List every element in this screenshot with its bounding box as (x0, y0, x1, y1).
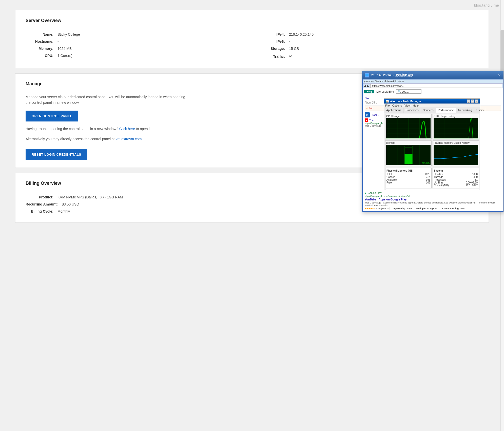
all-tab[interactable]: ALL (365, 96, 369, 100)
processes-row: Processes 31 (434, 178, 478, 181)
free-label: Free (386, 181, 392, 184)
ie-title: youtube - Search - Internet Explorer (364, 80, 404, 83)
gp-store-label: Google Play (368, 192, 381, 194)
taskman-maximize[interactable]: □ (471, 99, 474, 103)
uptime-value: 0:00:03:29 (466, 181, 478, 184)
recurring-row: Recurring Amount: $3.50 USD (26, 201, 247, 208)
cpu-history-svg (434, 118, 478, 138)
search-box[interactable]: 🔍 you... (396, 89, 421, 94)
ipv4-row: IPv4: 216.146.25.145 (257, 31, 478, 38)
free-row: Free 103 (386, 181, 430, 184)
gp-meta: ★★★★☆ 4.2/5 (149.3M) Age Rating: Teen De… (365, 207, 501, 210)
traffic-label: Traffic: (257, 54, 285, 58)
billing-cycle-label: Billing Cycle: (26, 209, 53, 213)
cached-value: 314 (426, 176, 430, 178)
ipv4-label: IPv4: (257, 32, 285, 36)
help-suffix: to open it. (136, 127, 152, 131)
available-label: Available (386, 178, 397, 181)
product-row: Product: KVM NVMe VPS (Dallas, TX) - 1GB… (26, 194, 247, 201)
click-here-link[interactable]: Click here (119, 127, 135, 131)
cpu-graph-svg (386, 118, 431, 138)
memory-panel-label: Memory (386, 141, 431, 144)
tab-users[interactable]: Users (474, 108, 486, 113)
tab-applications[interactable]: Applications (384, 108, 403, 113)
menu-options[interactable]: Options (392, 104, 402, 107)
ipv6-label: IPv6: (257, 39, 285, 44)
taskman-minimize[interactable]: _ (467, 99, 470, 103)
bing-search-bar: Bing Microsoft Bing 🔍 you... (363, 88, 503, 95)
name-value: Sticky College (57, 32, 80, 36)
menu-view[interactable]: View (404, 104, 411, 107)
search-icon: 🔍 (398, 90, 401, 93)
open-control-panel-button[interactable]: OPEN CONTROL PANEL (26, 111, 78, 121)
billing-cycle-row: Billing Cycle: Monthly (26, 208, 247, 215)
browser-content-area: ALL About 25... ⚠ You... M Prom... (363, 95, 503, 211)
commit-row: Commit (MB) 727 / 2047 (434, 184, 478, 187)
overview-right-col: IPv4: 216.146.25.145 IPv6: - Storage: 15… (257, 31, 478, 60)
taskman-perf-area: CPU Usage (384, 113, 480, 167)
menu-help[interactable]: Help (413, 104, 419, 107)
system-stats: System Handles 9668 Threads 480 (433, 168, 479, 188)
taskman-icon: 📊 (386, 100, 389, 102)
ie-address-bar: ◀ ▶ https://www.bing.com/sear... (363, 84, 503, 88)
svg-rect-1 (366, 76, 367, 76)
gp-header: ▶ Google Play (365, 192, 501, 194)
memory-value: 1024 MB (57, 47, 72, 51)
name-label: Name: (26, 32, 53, 36)
threads-row: Threads 480 (434, 176, 478, 178)
handles-value: 9668 (472, 173, 478, 176)
cpu-value: 1 Core(s) (57, 54, 72, 58)
extravm-link[interactable]: vm.extravm.com (116, 137, 142, 141)
cpu-history-graph (434, 118, 478, 138)
remote-desktop-overlay: 216.146.25.145 - 远程桌面连接 ✕ youtube - Sear… (362, 71, 504, 212)
tab-services[interactable]: Services (421, 108, 436, 113)
handles-row: Handles 9668 (434, 173, 478, 176)
url-bar[interactable]: https://www.bing.com/sear... (370, 84, 502, 88)
traffic-value: ∞ (289, 54, 292, 59)
reset-login-credentials-button[interactable]: RESET LOGIN CREDENTIALS (26, 149, 87, 160)
menu-file[interactable]: File (385, 104, 390, 107)
manage-description: Manage your server via our dedicated con… (26, 94, 190, 106)
physical-memory-stats-title: Physical Memory (MB) (386, 169, 430, 172)
mem-history-label: Physical Memory Usage History (434, 141, 478, 144)
rd-titlebar: 216.146.25.145 - 远程桌面连接 ✕ (362, 71, 503, 79)
commit-label: Commit (MB) (434, 184, 449, 187)
ipv6-row: IPv6: - (257, 38, 478, 45)
gp-icon: ▶ (365, 192, 367, 194)
gp-title: YouTube - Apps on Google Play (365, 198, 501, 201)
tab-performance[interactable]: Performance (436, 108, 456, 113)
physical-memory-stats: Physical Memory (MB) Total 1023 Cached 3… (385, 168, 432, 188)
total-label: Total (386, 173, 392, 176)
storage-label: Storage: (257, 47, 285, 51)
storage-row: Storage: 15 GB (257, 45, 478, 52)
taskman-stats-area: Physical Memory (MB) Total 1023 Cached 3… (384, 167, 480, 189)
gp-rating: ★★★★☆ 4.2/5 (149.3M) (365, 207, 390, 210)
alt-text-prefix: Alternatively you may directly access th… (26, 137, 115, 141)
processes-label: Processes (434, 178, 446, 181)
rd-title-text: 216.146.25.145 - 远程桌面连接 (371, 73, 413, 77)
forward-icon[interactable]: ▶ (367, 84, 369, 88)
mem-history-panel: Physical Memory Usage History (433, 140, 479, 166)
yt-result-title: You... (369, 119, 376, 122)
hostname-label: Hostname: (26, 39, 53, 44)
total-row: Total 1023 (386, 173, 430, 176)
tab-processes[interactable]: Processes (403, 108, 421, 113)
back-icon[interactable]: ◀ (364, 84, 366, 88)
hostname-value: - (57, 39, 59, 44)
cpu-history-panel: CPU Usage History (433, 114, 479, 139)
yt-play-icon: ▶ (366, 119, 367, 121)
search-text: you... (402, 90, 409, 93)
google-play-result: ▶ Google Play https://play.google.com/st… (363, 190, 503, 211)
gp-developer: Developer: Google LLC (415, 207, 439, 210)
age-rating-label: Age Rating: (393, 207, 406, 210)
billing-left-col: Product: KVM NVMe VPS (Dallas, TX) - 1GB… (26, 194, 247, 215)
ipv4-value: 216.146.25.145 (289, 32, 314, 36)
tab-networking[interactable]: Networking (456, 108, 474, 113)
threads-value: 480 (473, 176, 478, 178)
content-rating-value: Teen (460, 207, 465, 210)
promo-title: Prom... (371, 114, 379, 116)
overview-left-col: Name: Sticky College Hostname: - Memory:… (26, 31, 247, 60)
mem-history-svg (434, 145, 478, 165)
rd-close-button[interactable]: ✕ (498, 73, 501, 77)
taskman-close[interactable]: ✕ (475, 99, 478, 103)
